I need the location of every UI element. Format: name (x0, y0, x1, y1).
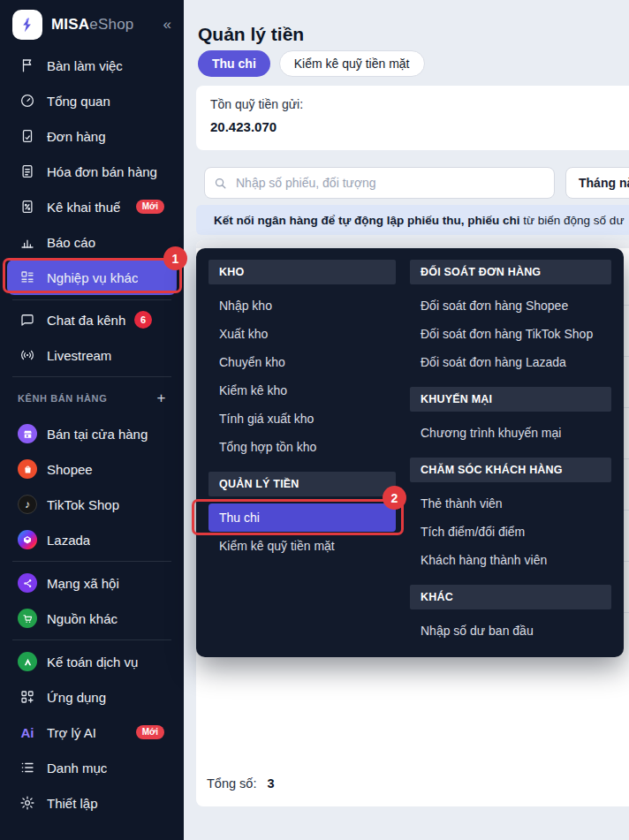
sidebar-item-bao-cao[interactable]: Báo cáo (7, 224, 177, 260)
sidebar-item-tro-ly-ai[interactable]: Ai Trợ lý AI Mới (7, 715, 177, 750)
menu-section-kho: KHO Nhập kho Xuất kho Chuyển kho Kiểm kê… (208, 260, 396, 461)
sidebar-item-ban-lam-viec[interactable]: Bàn làm việc (7, 48, 177, 83)
sidebar-item-ke-toan-dich-vu[interactable]: Kế toán dịch vụ (7, 644, 177, 679)
menu-item-xuat-kho[interactable]: Xuất kho (208, 320, 396, 348)
grid-list-icon (18, 268, 37, 287)
menu-item-nhap-kho[interactable]: Nhập kho (208, 291, 396, 320)
lazada-icon (18, 530, 37, 549)
sidebar-item-thiet-lap[interactable]: Thiết lập (7, 785, 177, 821)
tiktok-icon: ♪ (18, 495, 37, 514)
divider (12, 376, 171, 377)
misa-logo (12, 10, 42, 40)
sidebar-item-nghiep-vu-khac[interactable]: Nghiệp vụ khác (7, 260, 177, 295)
apps-grid-icon (18, 687, 37, 707)
new-badge: Mới (136, 725, 164, 739)
divider (12, 561, 171, 562)
tax-document-icon (18, 197, 37, 216)
new-badge: Mới (136, 200, 164, 214)
menu-item-the-thanh-vien[interactable]: Thẻ thành viên (410, 489, 611, 518)
misa-logo-icon (18, 15, 37, 34)
bar-chart-icon (18, 232, 37, 252)
sidebar-item-mang-xa-hoi[interactable]: Mạng xã hội (7, 565, 177, 601)
invoice-icon (18, 162, 37, 181)
sidebar-item-lazada[interactable]: Lazada (7, 522, 177, 557)
sidebar-collapse-button[interactable]: « (163, 16, 171, 34)
menu-column-right: ĐỐI SOÁT ĐƠN HÀNG Đối soát đơn hàng Shop… (410, 260, 611, 646)
shopee-icon (18, 459, 37, 479)
total-count: Tổng số: 3 (207, 776, 275, 791)
sidebar-item-ke-khai-thue[interactable]: Kê khai thuế Mới (7, 189, 177, 224)
menu-section-doi-soat-don-hang: ĐỐI SOÁT ĐƠN HÀNG Đối soát đơn hàng Shop… (410, 260, 611, 376)
menu-item-tong-hop-ton-kho[interactable]: Tổng hợp tồn kho (208, 433, 396, 461)
nghiep-vu-khac-menu: KHO Nhập kho Xuất kho Chuyển kho Kiểm kê… (196, 248, 624, 657)
sidebar-item-tiktok-shop[interactable]: ♪ TikTok Shop (7, 487, 177, 522)
ai-assistant-icon: Ai (18, 723, 37, 742)
period-filter-dropdown[interactable]: Tháng này (565, 167, 629, 199)
tab-thu-chi[interactable]: Thu chi (198, 50, 270, 77)
menu-section-khac: KHÁC Nhập số dư ban đầu (410, 585, 611, 645)
brand-name: MISAeShop (51, 16, 133, 34)
sidebar-item-don-hang[interactable]: Đơn hàng (7, 118, 177, 154)
menu-item-tinh-gia-xuat-kho[interactable]: Tính giá xuất kho (208, 405, 396, 433)
chat-bubble-icon (18, 310, 37, 329)
accounting-service-icon (18, 652, 37, 671)
menu-item-doi-soat-lazada[interactable]: Đối soát đơn hàng Lazada (410, 348, 611, 376)
sidebar-item-ung-dung[interactable]: Ứng dụng (7, 679, 177, 715)
menu-item-chuyen-kho[interactable]: Chuyển kho (208, 348, 396, 376)
sidebar-item-livestream[interactable]: Livestream (7, 337, 177, 373)
menu-item-thu-chi[interactable]: Thu chi (208, 503, 396, 532)
sidebar-item-danh-muc[interactable]: Danh mục (7, 750, 177, 785)
table-header-strip (196, 240, 629, 248)
search-input[interactable] (234, 175, 545, 191)
sidebar-item-tong-quan[interactable]: Tổng quan (7, 83, 177, 118)
sidebar-item-ban-tai-cua-hang[interactable]: Bán tại cửa hàng (7, 416, 177, 451)
menu-section-cham-soc-khach-hang: CHĂM SÓC KHÁCH HÀNG Thẻ thành viên Tích … (410, 458, 611, 574)
app-window: MISAeShop « Bàn làm việc Tổng quan Đơn h… (0, 0, 629, 840)
menu-item-kiem-ke-quy-tien-mat[interactable]: Kiểm kê quỹ tiền mặt (208, 532, 396, 560)
fund-balance-label: Tồn quỹ tiền gửi: (210, 97, 624, 111)
menu-column-left: KHO Nhập kho Xuất kho Chuyển kho Kiểm kê… (208, 260, 396, 646)
banner-text: Kết nối ngân hàng để tự động lập phiếu t… (214, 214, 624, 227)
bank-connect-banner[interactable]: Kết nối ngân hàng để tự động lập phiếu t… (196, 205, 629, 235)
divider (12, 639, 171, 640)
fund-balance-value: 20.423.070 (210, 119, 624, 134)
sidebar-item-chat-da-kenh[interactable]: Chat đa kênh 6 (7, 302, 177, 337)
sidebar-item-hoa-don-ban-hang[interactable]: Hóa đơn bán hàng (7, 154, 177, 189)
store-icon (18, 424, 37, 443)
page-title: Quản lý tiền (198, 24, 304, 45)
menu-section-quan-ly-tien: QUẢN LÝ TIỀN Thu chi Kiểm kê quỹ tiền mặ… (208, 472, 396, 560)
divider (12, 299, 171, 300)
flag-icon (18, 56, 37, 75)
gauge-icon (18, 91, 37, 110)
brand-header: MISAeShop « (0, 0, 184, 49)
search-icon (214, 177, 227, 190)
menu-item-doi-soat-tiktok[interactable]: Đối soát đơn hàng TikTok Shop (410, 320, 611, 348)
tab-kiem-ke-quy-tien-mat[interactable]: Kiểm kê quỹ tiền mặt (279, 50, 425, 77)
unread-count-badge: 6 (134, 311, 152, 329)
gear-icon (18, 793, 37, 813)
sidebar-item-nguon-khac[interactable]: Nguồn khác (7, 601, 177, 636)
menu-item-doi-soat-shopee[interactable]: Đối soát đơn hàng Shopee (410, 291, 611, 320)
social-share-icon (18, 573, 37, 593)
menu-section-khuyen-mai: KHUYẾN MẠI Chương trình khuyến mại (410, 387, 611, 447)
fund-balance-card: Tồn quỹ tiền gửi: 20.423.070 (196, 86, 629, 150)
broadcast-icon (18, 345, 37, 365)
menu-item-kiem-ke-kho[interactable]: Kiểm kê kho (208, 376, 396, 405)
add-channel-button[interactable]: + (156, 390, 166, 407)
tab-bar: Thu chi Kiểm kê quỹ tiền mặt (198, 50, 425, 77)
menu-item-tich-diem-doi-diem[interactable]: Tích điểm/đổi điểm (410, 518, 611, 546)
sidebar: MISAeShop « Bàn làm việc Tổng quan Đơn h… (0, 0, 184, 840)
sidebar-section-kenh-ban-hang: KÊNH BÁN HÀNG + (7, 381, 177, 416)
sidebar-item-shopee[interactable]: Shopee (7, 451, 177, 487)
list-icon (18, 758, 37, 777)
order-receipt-icon (18, 126, 37, 146)
cart-icon (18, 609, 37, 628)
menu-item-chuong-trinh-khuyen-mai[interactable]: Chương trình khuyến mại (410, 419, 611, 447)
menu-item-nhap-so-du-ban-dau[interactable]: Nhập số dư ban đầu (410, 617, 611, 645)
search-box (204, 167, 555, 199)
menu-item-khach-hang-thanh-vien[interactable]: Khách hàng thành viên (410, 546, 611, 574)
